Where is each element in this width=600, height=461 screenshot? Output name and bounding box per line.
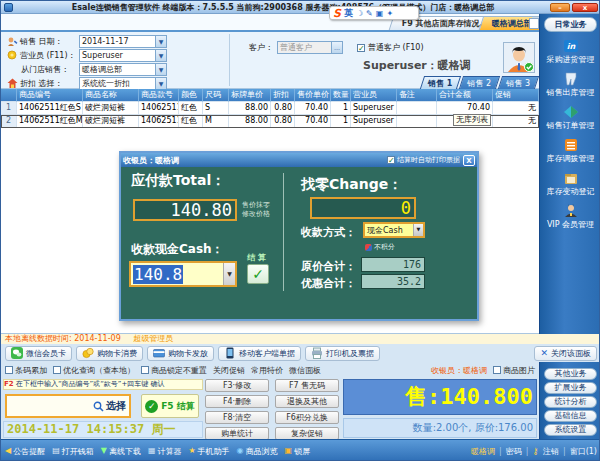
- sidebar-item-vip-members[interactable]: VIP 会员管理: [540, 204, 600, 230]
- close-promotion-link[interactable]: 关闭促销: [213, 365, 245, 376]
- nav-statistics[interactable]: 统计分析: [544, 396, 597, 408]
- printer-tickets-button[interactable]: 打印机及票据: [305, 346, 380, 361]
- cash-input[interactable]: 140.8 ▼: [129, 261, 237, 287]
- normal-customer-checkbox[interactable]: 普通客户 (F10): [357, 41, 424, 54]
- logout-link[interactable]: 注销: [543, 446, 559, 457]
- return-exchange-button[interactable]: 退换及其他: [275, 395, 339, 408]
- star-icon: ★: [188, 447, 195, 455]
- barcode-accumulate-checkbox[interactable]: 条码累加: [5, 365, 47, 376]
- nav-other-business[interactable]: 其他业务: [544, 368, 597, 380]
- sidebar-header-button[interactable]: 日常业务: [544, 17, 597, 32]
- sidebar-item-sales-out[interactable]: 销售出库管理: [540, 72, 600, 98]
- barcode-input[interactable]: 选择: [5, 394, 131, 418]
- wechat-member-card-button[interactable]: 微信会员卡: [5, 346, 72, 361]
- sale-date-select[interactable]: 2014-11-17▼: [79, 35, 167, 48]
- f4-delete-button[interactable]: F4·删除: [205, 395, 269, 408]
- shopping-card-consume-button[interactable]: 购物卡消费: [76, 346, 143, 361]
- column-header[interactable]: 促销: [493, 89, 539, 102]
- common-special-price-link[interactable]: 常用特价: [251, 365, 283, 376]
- feature-toolbar: 微信会员卡 购物卡消费 购物卡发放 移动客户端单据 打印机及票据 ✕ 关闭该面板: [1, 344, 600, 362]
- minimize-button[interactable]: –: [550, 3, 570, 12]
- tab-sale-3[interactable]: 销售 3: [498, 76, 539, 89]
- sidebar-item-sales-order[interactable]: 销售订单管理: [540, 105, 600, 131]
- table-cell: 破烂洞短裤: [83, 115, 139, 128]
- product-image-checkbox[interactable]: 商品图片: [493, 365, 535, 376]
- nav-base-info[interactable]: 基础信息: [544, 410, 597, 422]
- column-header[interactable]: 数量: [331, 89, 351, 102]
- lock-no-reset-checkbox[interactable]: 商品锁定不重置: [141, 365, 207, 376]
- table-cell: 无: [493, 115, 539, 128]
- table-cell: 14062511: [139, 115, 179, 128]
- password-link[interactable]: 密码: [506, 446, 522, 457]
- lock-screen-item[interactable]: ▣锁屏: [285, 446, 311, 457]
- change-label: 找零Change：: [301, 176, 402, 194]
- product-browse-item[interactable]: ◉商品浏览: [237, 446, 278, 457]
- shopping-card-issue-button[interactable]: 购物卡发放: [147, 346, 214, 361]
- column-header[interactable]: 商品款号: [139, 89, 179, 102]
- ime-bar[interactable]: S 英 ☽ ✎ ▣ ✦: [329, 6, 419, 20]
- checkbox-checked-icon: [357, 44, 365, 52]
- column-header[interactable]: 营业员: [351, 89, 397, 102]
- f5-settle-button[interactable]: ✓ F5 结算: [141, 394, 199, 418]
- f7-sell-no-barcode-button[interactable]: F7 售无码: [275, 379, 339, 392]
- mobile-client-orders-button[interactable]: 移动客户端单据: [218, 346, 301, 361]
- column-header[interactable]: 备注: [397, 89, 437, 102]
- settle-confirm-button[interactable]: ✓: [247, 264, 269, 284]
- no-points-toggle[interactable]: 不积分: [365, 242, 395, 252]
- f8-clear-button[interactable]: F8·清空: [205, 411, 269, 424]
- f6-points-redeem-button[interactable]: F6积分兑换: [275, 411, 339, 424]
- column-header[interactable]: 标牌单价: [229, 89, 271, 102]
- column-header[interactable]: 尺码: [203, 89, 229, 102]
- table-cell: 70.40: [295, 102, 331, 115]
- total-amount: 140.80: [133, 199, 237, 221]
- ime-language-toggle[interactable]: 英: [344, 7, 353, 20]
- new-tab-icon[interactable]: [529, 18, 539, 29]
- store-select[interactable]: 暖格调总部▼: [79, 63, 167, 76]
- close-button[interactable]: x: [572, 3, 598, 12]
- tab-sale-1[interactable]: 销售 1: [420, 76, 461, 89]
- auto-print-checkbox[interactable]: 结算时自动打印票据: [387, 155, 460, 165]
- ime-tools-icon[interactable]: ✦: [386, 9, 393, 18]
- select-button[interactable]: 选择: [106, 399, 126, 413]
- chevron-down-icon: ▼: [155, 64, 166, 75]
- ime-pen-icon[interactable]: ✎: [366, 9, 373, 18]
- nav-extended-business[interactable]: 扩展业务: [544, 382, 597, 394]
- nav-system-settings[interactable]: 系统设置: [544, 424, 597, 436]
- column-header[interactable]: 售价单价: [295, 89, 331, 102]
- cash-value-selected: 140.8: [133, 265, 183, 284]
- tab-sale-2[interactable]: 销售 2: [459, 76, 500, 89]
- round-off-note[interactable]: 售价抹零: [242, 201, 270, 210]
- chevron-down-icon: ▼: [155, 50, 166, 61]
- payment-method-select[interactable]: 现金Cash ▼: [363, 222, 425, 238]
- table-cell: 88.00: [229, 115, 271, 128]
- clerk-select[interactable]: Superuser▼: [79, 49, 167, 62]
- column-header[interactable]: 商品名称: [83, 89, 139, 102]
- options-row: 条码累加 优化查询（查本地） 商品锁定不重置 关闭促销 常用特价 微信面板 收银…: [1, 362, 539, 378]
- stock-tooltip: 无库列表: [453, 114, 491, 126]
- offline-download-item[interactable]: ▼离线下载: [101, 446, 141, 457]
- column-header[interactable]: 折扣: [271, 89, 295, 102]
- cash-drawer-icon: ▤: [52, 447, 60, 455]
- table-cell: 70.40: [295, 115, 331, 128]
- column-header[interactable]: 合计金额: [437, 89, 493, 102]
- wechat-panel-link[interactable]: 微信面板: [289, 365, 321, 376]
- f3-modify-button[interactable]: F3·修改: [205, 379, 269, 392]
- phone-assistant-item[interactable]: ★手机助手: [188, 446, 229, 457]
- sidebar-item-stock-change[interactable]: 库存变动登记: [540, 171, 600, 197]
- sidebar-item-stock-transfer[interactable]: 库存调拨管理: [540, 138, 600, 164]
- edit-price-note[interactable]: 修改价格: [242, 210, 270, 219]
- close-panel-button[interactable]: ✕ 关闭该面板: [534, 346, 597, 361]
- column-header[interactable]: 颜色: [179, 89, 203, 102]
- window-count[interactable]: 窗口(1): [570, 446, 597, 457]
- sidebar-item-purchase[interactable]: in 采购进货管理: [540, 39, 600, 65]
- dialog-close-button[interactable]: X: [463, 155, 475, 166]
- discount-total-label: 优惠合计：: [301, 276, 356, 291]
- open-cash-drawer-item[interactable]: ▤打开钱箱: [52, 446, 94, 457]
- tab-strip: F9 其他店面库存情况... 暖格调总部: [1, 14, 541, 32]
- calculator-item[interactable]: ▦计算器: [148, 446, 182, 457]
- announcement-item[interactable]: ◀公告提醒: [5, 446, 45, 457]
- ime-moon-icon[interactable]: ☽: [356, 9, 363, 18]
- optimize-query-checkbox[interactable]: 优化查询（查本地）: [53, 365, 135, 376]
- column-header[interactable]: 商品编号: [17, 89, 83, 102]
- ime-keyboard-icon[interactable]: ▣: [376, 9, 384, 18]
